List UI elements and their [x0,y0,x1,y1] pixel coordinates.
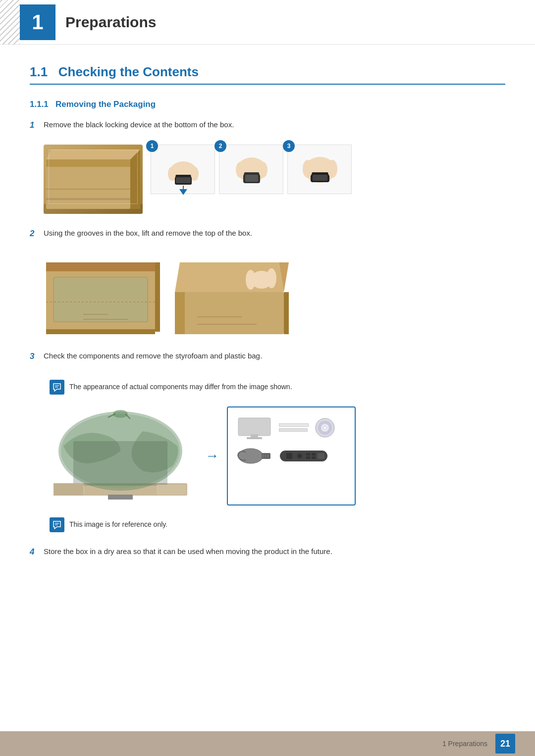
svg-rect-17 [245,175,258,182]
step-badge-img-1: 1 [151,145,215,194]
svg-point-10 [168,167,176,181]
paper-2 [279,428,308,432]
svg-rect-26 [54,277,148,322]
svg-rect-9 [176,177,191,183]
svg-point-71 [297,454,302,458]
svg-marker-3 [46,150,140,159]
svg-marker-34 [175,292,185,334]
step-2: 2 Using the grooves in the box, lift and… [30,228,505,239]
note-1-icon [50,380,64,395]
subsection-heading: Removing the Packaging [55,100,156,109]
step-2-text: Using the grooves in the box, lift and r… [44,228,252,239]
svg-rect-73 [312,453,316,455]
footer-page-number: 21 [495,734,515,754]
step-1-number: 1 [30,120,44,130]
main-content: 1.1 Checking the Contents 1.1.1 Removing… [0,45,535,610]
svg-point-20 [303,160,313,178]
svg-rect-72 [306,453,310,455]
step-3: 3 Check the components and remove the st… [30,351,505,362]
component-row-1 [236,415,347,440]
svg-rect-33 [175,292,284,334]
step-4: 4 Store the box in a dry area so that it… [30,546,505,557]
step-1-text: Remove the black locking device at the b… [44,119,234,131]
svg-rect-54 [108,495,133,500]
note-2-icon [50,517,64,532]
header-bar: 1 Preparations [0,0,535,45]
svg-rect-0 [46,159,130,209]
badge-2: 2 [214,140,226,152]
section-heading: Checking the Contents [58,64,199,79]
svg-rect-24 [46,262,155,271]
svg-rect-75 [312,456,316,459]
step-badge-img-3: 3 [287,145,352,194]
chapter-number-block: 1 [20,4,55,40]
step-3-number: 3 [30,352,44,361]
step-4-text: Store the box in a dry area so that it c… [44,546,332,557]
bag-product-image [44,406,197,505]
svg-rect-74 [306,456,310,459]
note-1-block: The appearance of actual components may … [44,376,505,399]
numbered-steps-group: 1 2 [151,145,352,194]
section-title: 1.1 Checking the Contents [30,64,505,85]
svg-point-63 [323,426,326,429]
svg-rect-53 [157,485,186,495]
svg-rect-22 [313,175,327,181]
note-2-block: This image is for reference only. [44,513,505,536]
svg-rect-76 [318,453,324,459]
subsection-number: 1.1.1 [30,100,49,109]
stripe-decoration [0,0,20,45]
svg-point-21 [327,160,337,178]
badge-3: 3 [283,140,295,152]
subsection-title: 1.1.1 Removing the Packaging [30,100,505,109]
footer: 1 Preparations 21 [0,731,535,756]
note-1-text: The appearance of actual components may … [69,382,292,392]
note-2-text: This image is for reference only. [69,519,167,530]
svg-point-64 [238,449,263,463]
box-lifting-image [172,252,291,337]
svg-point-40 [267,268,276,288]
components-box [227,406,356,505]
svg-rect-59 [247,437,262,439]
svg-rect-30 [46,329,155,334]
footer-section-text: 1 Preparations [442,740,487,748]
step-1: 1 Remove the black locking device at the… [30,119,505,131]
step-badge-img-2: 2 [219,145,283,194]
step-3-text: Check the components and remove the styr… [44,351,262,362]
svg-point-11 [191,167,199,181]
svg-rect-4 [130,159,140,209]
svg-rect-70 [286,453,292,459]
component-row-2 [236,446,347,466]
chapter-number: 1 [32,10,43,34]
step3-arrow: → [205,448,219,464]
svg-point-39 [246,270,256,290]
svg-rect-48 [73,441,167,486]
badge-1: 1 [146,140,158,152]
step-4-number: 4 [30,547,44,557]
svg-rect-6 [46,198,130,200]
svg-rect-1 [46,159,130,167]
papers-stack [279,423,309,432]
step-2-images [44,252,505,337]
svg-rect-29 [155,262,160,332]
box-image-large [44,145,143,214]
section-number: 1.1 [30,64,48,79]
chapter-title: Preparations [65,14,156,31]
step-2-number: 2 [30,229,44,239]
step-1-images: 1 2 [44,145,505,214]
svg-rect-35 [284,292,289,334]
paper-1 [279,423,309,427]
step-3-images: → [44,406,505,505]
svg-marker-55 [54,483,83,496]
svg-rect-56 [238,418,270,436]
svg-point-15 [236,162,245,178]
svg-point-16 [259,162,268,178]
box-open-image [44,252,162,337]
